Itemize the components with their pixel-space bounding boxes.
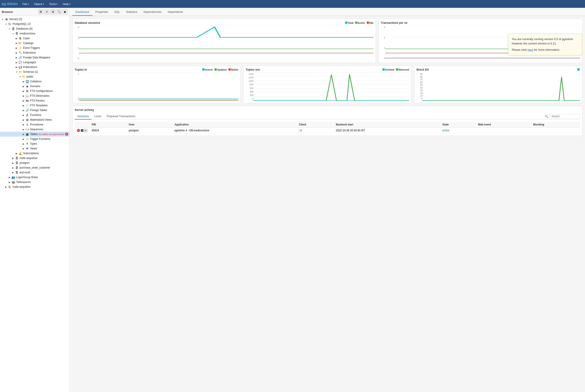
sidebar-item-node-sequelize-server[interactable]: ▶ 🐘 node-sequelize <box>0 184 70 189</box>
sidebar-item-sequences[interactable]: ▶ 1..3 Sequences <box>0 127 70 132</box>
toggle-fts-configs: ▶ <box>22 89 25 93</box>
sidebar-item-servers[interactable]: ▾ 🖥 Servers (2) <box>0 17 70 22</box>
login-group-roles-icon: 👥 <box>11 175 15 179</box>
sidebar-item-postgresql13[interactable]: ▾ 🐘 PostgreSQL 13 <box>0 22 70 26</box>
sidebar-item-mediumclone[interactable]: ▾ 🗄 mediumclone <box>0 31 70 36</box>
transactions-y-axis: 3 2 1 0 <box>381 26 385 60</box>
tuples-in-legend: Inserts Updates Delete <box>202 68 238 71</box>
tab-dependencies[interactable]: Dependencies <box>140 8 165 16</box>
fts-dicts-icon: 📖 <box>25 94 29 98</box>
menu-help[interactable]: Help ▾ <box>60 2 72 6</box>
sidebar-item-postgres-db[interactable]: ▶ 🗄 postgres <box>0 160 70 165</box>
cell-backend-start: 2022-10-26 20:33:40 IST <box>334 128 440 134</box>
toggle-postgres-db: ▶ <box>11 161 15 165</box>
toggle-catalogs: ▶ <box>15 42 18 45</box>
sidebar-item-tables[interactable]: ▶ ▦ Tables No tables are generated ✕ <box>0 132 70 136</box>
legend-fetched: Fetched <box>382 68 394 71</box>
tab-dependents[interactable]: Dependents <box>165 8 186 16</box>
activity-tab-prepared-transactions[interactable]: Prepared Transactions <box>104 113 138 120</box>
fdw-icon: 🔗 <box>18 56 22 60</box>
toggle-languages: ▶ <box>15 60 18 64</box>
menu-file[interactable]: File ▾ <box>20 2 31 6</box>
node-sequelize-server-label: node-sequelize <box>13 185 30 188</box>
mediumclone-icon: 🗄 <box>15 32 19 36</box>
sidebar-item-fts-dictionaries[interactable]: ▶ 📖 FTS Dictionaries <box>0 94 70 98</box>
activity-table-header-row: PID User Application Client Backend star… <box>75 122 580 128</box>
toggle-event-triggers: ▶ <box>15 46 18 50</box>
cell-application: pgAdmin 4 - DB:mediumclone <box>172 128 297 134</box>
row-stop-btn[interactable]: ✕ <box>77 129 80 132</box>
sidebar-item-types[interactable]: ▶ T Types <box>0 141 70 146</box>
activity-search-input[interactable] <box>550 114 580 119</box>
sidebar-item-login-group-roles[interactable]: ▶ 👥 Login/Group Roles <box>0 175 70 180</box>
sidebar-item-databases[interactable]: ▾ 🗄 Databases (5) <box>0 26 70 31</box>
app-logo: pgAdmin <box>2 2 18 6</box>
sidebar-item-catalogs[interactable]: ▶ 📂 Catalogs <box>0 41 70 46</box>
sidebar-item-fts-templates[interactable]: ▶ 📄 FTS Templates <box>0 103 70 108</box>
sidebar-item-views[interactable]: ▶ 👁 Views <box>0 146 70 151</box>
menu-object[interactable]: Object ▾ <box>32 2 46 6</box>
activity-table-body: ✕ ▶ 95834 postgres pgAdmin 4 - DB:medium… <box>75 128 580 134</box>
postgres-db-label: postgres <box>20 161 30 164</box>
sidebar-item-public[interactable]: ▾ 📁 public <box>0 74 70 79</box>
tuples-in-title: Tuples in Inserts Updates Delete <box>75 68 238 71</box>
sidebar-icon-list[interactable]: ≡ <box>44 9 50 14</box>
sidebar-item-casts[interactable]: ▶ ⚙ Casts <box>0 36 70 41</box>
sidebar-item-extensions[interactable]: ▶ 🔧 Extensions <box>0 50 70 55</box>
sidebar-item-procedures[interactable]: ▶ {} Procedures <box>0 122 70 127</box>
tab-statistics[interactable]: Statistics <box>123 8 140 16</box>
sidebar-item-tablespaces[interactable]: ▶ 📦 Tablespaces <box>0 180 70 184</box>
sidebar-item-materialized-views[interactable]: ▶ ⊞ Materialized Views <box>0 118 70 122</box>
sidebar-item-foreign-data-wrappers[interactable]: ▶ 🔗 Foreign Data Wrappers <box>0 55 70 60</box>
toggle-purchase-order: ▶ <box>11 166 15 170</box>
sidebar-icon-terminal[interactable]: ▶ <box>62 9 68 14</box>
sidebar-item-foreign-tables[interactable]: ▶ 🔗 Foreign Tables <box>0 108 70 112</box>
sidebar-item-fts-parsers[interactable]: ▶ Aa FTS Parsers <box>0 98 70 103</box>
tuples-row: Tuples in Inserts Updates Delete 1 0 <box>72 66 582 103</box>
activity-tab-sessions[interactable]: Sessions <box>75 113 92 120</box>
tuples-in-svg-container <box>79 72 238 101</box>
col-application: Application <box>172 122 297 128</box>
sidebar-item-schemas[interactable]: ▾ 📁 Schemas (1) <box>0 70 70 74</box>
sidebar-item-subscriptions[interactable]: ▶ 🔔 Subscriptions <box>0 151 70 156</box>
block-io-chart: Block I/O 90 80 70 60 50 <box>414 66 582 103</box>
tab-properties[interactable]: Properties <box>92 8 111 16</box>
toggle-subscriptions: ▶ <box>15 152 18 155</box>
sidebar-item-fts-configurations[interactable]: ▶ ⚙ FTS Configurations <box>0 89 70 94</box>
sidebar-item-domains[interactable]: ▶ ◈ Domains <box>0 84 70 89</box>
row-expand-btn[interactable]: ▶ <box>84 129 87 132</box>
cell-wait-event <box>476 128 531 134</box>
toggle-servers: ▾ <box>1 18 4 21</box>
sidebar-item-functions[interactable]: ▶ ƒ Functions <box>0 112 70 118</box>
activity-tab-locks[interactable]: Locks <box>92 113 104 120</box>
db-sessions-svg-container <box>79 26 374 60</box>
tab-dashboard[interactable]: Dashboard <box>72 8 92 16</box>
fts-dicts-label: FTS Dictionaries <box>30 94 50 97</box>
public-label: public <box>26 75 33 78</box>
tab-sql[interactable]: SQL <box>111 8 123 16</box>
menu-tools[interactable]: Tools ▾ <box>47 2 60 6</box>
sidebar-icon-copy[interactable]: ⧉ <box>50 9 56 14</box>
sidebar-item-languages[interactable]: ▶ 💬 Languages <box>0 60 70 65</box>
sidebar-item-event-triggers[interactable]: ▶ ⚡ Event Triggers <box>0 46 70 50</box>
tablespaces-icon: 📦 <box>11 180 15 184</box>
top-charts-row: Database sessions Total Active Idle 3 2 <box>72 19 582 63</box>
notification-text1: You are currently running version 5.5 of… <box>512 37 578 46</box>
sidebar-item-node-sequelize-db[interactable]: ▶ 🗄 node-sequelize <box>0 156 70 160</box>
schemas-icon: 📁 <box>18 70 22 74</box>
sidebar-icon-grid[interactable]: ⊞ <box>38 9 43 14</box>
server-activity-card: Server activity Sessions Locks Prepared … <box>72 106 582 136</box>
sidebar-icon-search[interactable]: 🔍 <box>56 9 62 14</box>
sidebar-item-purchase-order[interactable]: ▶ 🗄 purchase_order_customer <box>0 165 70 170</box>
sidebar-item-collations[interactable]: ▶ 🔤 Collations <box>0 79 70 84</box>
sidebar-item-test-lucid[interactable]: ▶ 🗄 test-lucid <box>0 170 70 175</box>
sequences-label: Sequences <box>30 128 43 131</box>
notification-link[interactable]: here <box>528 48 533 52</box>
topbar: pgAdmin File ▾ Object ▾ Tools ▾ Help ▾ <box>0 0 585 8</box>
sidebar-item-trigger-functions[interactable]: ▶ ⚡ Trigger Functions <box>0 136 70 141</box>
row-pause-btn[interactable] <box>81 129 84 132</box>
sidebar-item-publications[interactable]: ▶ 📢 Publications <box>0 65 70 70</box>
block-io-y-axis: 90 80 70 60 50 40 30 20 10 0 <box>416 72 422 101</box>
tables-status-msg: No tables are generated <box>38 133 64 136</box>
tab-bar: Dashboard Properties SQL Statistics Depe… <box>70 8 585 16</box>
